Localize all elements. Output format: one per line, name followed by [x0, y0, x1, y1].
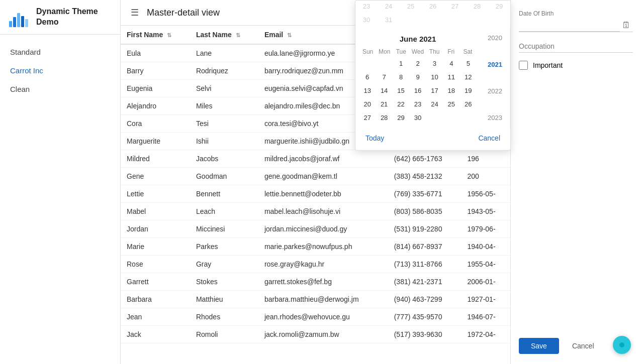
calendar-popup: 23 24 25 26 27 28 29 30 31 June 2021 Sun… — [355, 0, 511, 151]
cell-firstName: Mabel — [121, 203, 190, 220]
cell-lastName: Gray — [190, 256, 258, 273]
cal-day-16[interactable]: 16 — [410, 84, 425, 97]
cal-day-26[interactable]: 26 — [461, 98, 476, 110]
cal-day-27[interactable]: 27 — [359, 111, 375, 124]
cell-email: rose.gray@kagu.hr — [258, 256, 388, 273]
cal-prev-date: 29 — [488, 1, 510, 12]
cell-firstName: Gene — [121, 168, 190, 185]
cal-day-23[interactable]: 23 — [410, 98, 425, 110]
cal-day-28[interactable]: 28 — [376, 111, 392, 124]
cal-day-25[interactable]: 25 — [443, 98, 459, 110]
cell-firstName: Barbara — [121, 291, 190, 308]
sidebar-item-carrot-inc[interactable]: Carrot Inc — [0, 61, 120, 80]
important-label: Important — [533, 61, 563, 69]
cell-phone: (769) 335-6771 — [388, 185, 462, 203]
cal-day-14[interactable]: 14 — [376, 84, 392, 97]
cal-day-11[interactable]: 11 — [443, 71, 459, 83]
cell-lastName: Miccinesi — [190, 220, 258, 238]
dob-input[interactable] — [519, 19, 620, 32]
cal-day-1[interactable]: 1 — [393, 57, 409, 70]
cal-day-2[interactable]: 2 — [410, 57, 425, 70]
cal-day-3[interactable]: 3 — [427, 57, 442, 70]
cal-prev-date-31: 31 — [378, 14, 400, 26]
cal-day-19[interactable]: 19 — [461, 84, 476, 97]
today-button[interactable]: Today — [361, 132, 388, 144]
cal-cancel-button[interactable]: Cancel — [474, 132, 504, 144]
table-row[interactable]: MabelLeachmabel.leach@lisohuje.vi(803) 5… — [121, 203, 510, 220]
cal-day-22[interactable]: 22 — [393, 98, 409, 110]
year-list: 2020 2021 2022 2023 — [480, 28, 510, 128]
cal-day-18[interactable]: 18 — [443, 84, 459, 97]
cal-day-13[interactable]: 13 — [359, 84, 375, 97]
cell-firstName: Jean — [121, 308, 190, 326]
cal-prev-date: 26 — [422, 1, 444, 12]
cell-lastName: Selvi — [190, 80, 258, 97]
table-row[interactable]: GeneGoodmangene.goodman@kem.tl(383) 458-… — [121, 168, 510, 185]
sort-icon-email: ⇅ — [287, 32, 292, 39]
cell-firstName: Marguerite — [121, 133, 190, 150]
cal-day-21[interactable]: 21 — [376, 98, 392, 110]
cell-lastName: Parkes — [190, 238, 258, 256]
cell-lastName: Leach — [190, 203, 258, 220]
cell-phone: (383) 458-2132 — [388, 168, 462, 185]
cell-email: mabel.leach@lisohuje.vi — [258, 203, 388, 220]
svg-rect-3 — [21, 16, 24, 27]
cal-day-7[interactable]: 7 — [376, 71, 392, 83]
occupation-input[interactable] — [519, 40, 633, 53]
col-last-name[interactable]: Last Name ⇅ — [190, 26, 258, 44]
cal-day-8[interactable]: 8 — [393, 71, 409, 83]
cell-email: jordan.miccinesi@duod.gy — [258, 220, 388, 238]
important-checkbox[interactable] — [519, 61, 528, 70]
year-2022[interactable]: 2022 — [485, 85, 505, 97]
table-row[interactable]: JackRomolijack.romoli@zamum.bw(517) 393-… — [121, 326, 510, 343]
cal-prev-date: 24 — [378, 1, 400, 12]
detail-panel: 23 24 25 26 27 28 29 30 31 June 2021 Sun… — [510, 0, 641, 364]
cell-firstName: Garrett — [121, 273, 190, 291]
cal-day-29[interactable]: 29 — [393, 111, 409, 124]
table-row[interactable]: JeanRhodesjean.rhodes@wehovuce.gu(777) 4… — [121, 308, 510, 326]
col-first-name[interactable]: First Name ⇅ — [121, 26, 190, 44]
fab-button[interactable] — [613, 336, 631, 354]
sidebar-item-standard[interactable]: Standard — [0, 43, 120, 61]
year-2023[interactable]: 2023 — [485, 112, 505, 124]
cal-day-empty — [376, 57, 392, 70]
cell-firstName: Jack — [121, 326, 190, 343]
cal-day-4[interactable]: 4 — [443, 57, 459, 70]
dob-field: Date Of Birth 🗓 — [519, 10, 633, 32]
table-row[interactable]: GarrettStokesgarrett.stokes@fef.bg(381) … — [121, 273, 510, 291]
cal-day-17[interactable]: 17 — [427, 84, 442, 97]
cal-day-6[interactable]: 6 — [359, 71, 375, 83]
calendar-icon[interactable]: 🗓 — [620, 19, 633, 32]
save-button[interactable]: Save — [519, 338, 559, 354]
svg-rect-2 — [17, 13, 20, 27]
svg-point-6 — [619, 342, 624, 347]
year-2021[interactable]: 2021 — [485, 59, 505, 70]
table-row[interactable]: MarieParkesmarie.parkes@nowufpus.ph(814)… — [121, 238, 510, 256]
table-row[interactable]: RoseGrayrose.gray@kagu.hr(713) 311-87661… — [121, 256, 510, 273]
menu-icon[interactable]: ☰ — [131, 7, 139, 18]
detail-cancel-button[interactable]: Cancel — [564, 338, 602, 354]
cal-day-24[interactable]: 24 — [427, 98, 442, 110]
cal-day-9[interactable]: 9 — [410, 71, 425, 83]
cal-day-15[interactable]: 15 — [393, 84, 409, 97]
calendar-inner: June 2021 Sun Mon Tue Wed Thu Fri Sat 12… — [355, 28, 510, 128]
cal-day-5[interactable]: 5 — [461, 57, 476, 70]
sidebar-item-clean[interactable]: Clean — [0, 80, 120, 98]
table-row[interactable]: JordanMiccinesijordan.miccinesi@duod.gy(… — [121, 220, 510, 238]
cal-day-empty — [443, 111, 459, 124]
cal-day-20[interactable]: 20 — [359, 98, 375, 110]
cal-footer: Today Cancel — [355, 128, 510, 146]
table-row[interactable]: MildredJacobsmildred.jacobs@joraf.wf(642… — [121, 150, 510, 168]
cal-day-30[interactable]: 30 — [410, 111, 425, 124]
cell-dob: 1972-04- — [462, 326, 511, 343]
cal-day-12[interactable]: 12 — [461, 71, 476, 83]
cal-day-empty — [359, 57, 375, 70]
year-2020[interactable]: 2020 — [485, 32, 505, 44]
cell-dob: 1979-06- — [462, 220, 511, 238]
table-row[interactable]: BarbaraMatthieubarbara.matthieu@derwogi.… — [121, 291, 510, 308]
cal-day-10[interactable]: 10 — [427, 71, 442, 83]
cell-lastName: Goodman — [190, 168, 258, 185]
app-title: Dynamic Theme Demo — [36, 7, 112, 28]
table-row[interactable]: LettieBennettlettie.bennett@odeter.bb(76… — [121, 185, 510, 203]
important-row: Important — [519, 61, 633, 70]
